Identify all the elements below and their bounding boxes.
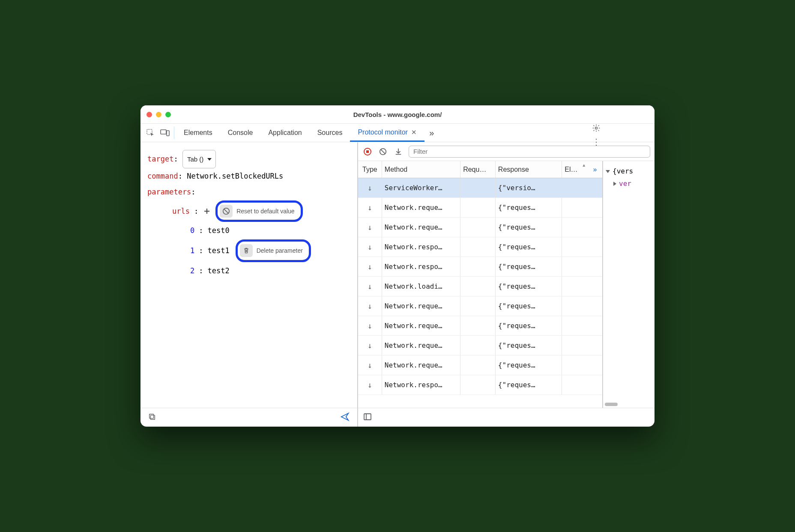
table-body: ↓ServiceWorker…{"versio…↓Network.reque…{… [358, 178, 602, 408]
col-response[interactable]: Response [496, 161, 562, 178]
content: target: Tab () command: Network.setBlock… [140, 142, 655, 427]
right-pane: Type Method Requ… Response El… ▲ » ↓Serv… [358, 142, 655, 427]
divider [174, 126, 174, 139]
more-columns-icon[interactable]: » [588, 161, 602, 178]
more-tabs-icon[interactable]: » [424, 124, 439, 142]
tab-bar: Elements Console Application Sources Pro… [140, 123, 655, 142]
col-request[interactable]: Requ… [460, 161, 496, 178]
tab-application[interactable]: Application [260, 124, 309, 142]
trash-icon [240, 244, 253, 257]
download-icon[interactable] [393, 146, 403, 157]
url-item[interactable]: 2 : test2 [172, 262, 350, 280]
tree-child[interactable]: ver [606, 178, 652, 190]
table-row[interactable]: ↓ServiceWorker…{"versio… [358, 178, 602, 198]
delete-parameter-callout[interactable]: Delete parameter [236, 239, 311, 263]
command-editor: target: Tab () command: Network.setBlock… [140, 142, 357, 408]
arrow-down-icon: ↓ [368, 341, 372, 350]
svg-rect-10 [364, 414, 371, 420]
svg-rect-8 [366, 150, 369, 153]
arrow-down-icon: ↓ [368, 321, 372, 330]
col-elapsed[interactable]: El… ▲ [562, 161, 588, 178]
protocol-toolbar [358, 142, 655, 161]
maximize-window-button[interactable] [165, 112, 171, 117]
arrow-down-icon: ↓ [368, 203, 372, 212]
command-label: command [147, 172, 178, 180]
close-tab-icon[interactable]: ✕ [411, 129, 417, 136]
protocol-table: Type Method Requ… Response El… ▲ » ↓Serv… [358, 161, 603, 408]
arrow-down-icon: ↓ [368, 302, 372, 311]
arrow-down-icon: ↓ [368, 361, 372, 370]
arrow-down-icon: ↓ [368, 380, 372, 389]
reset-default-callout[interactable]: Reset to default value [215, 200, 302, 222]
tab-protocol-monitor[interactable]: Protocol monitor ✕ [350, 124, 424, 142]
table-row[interactable]: ↓Network.respo…{"reques… [358, 257, 602, 277]
table-row[interactable]: ↓Network.reque…{"reques… [358, 198, 602, 218]
inspect-element-icon[interactable] [143, 124, 158, 142]
arrow-down-icon: ↓ [368, 242, 372, 251]
clear-icon[interactable] [378, 146, 388, 157]
scrollbar-thumb[interactable] [605, 403, 618, 406]
right-footer [358, 408, 655, 427]
table-row[interactable]: ↓Network.respo…{"reques… [358, 375, 602, 395]
settings-gear-icon[interactable] [589, 124, 604, 132]
window-title: DevTools - www.google.com/ [140, 111, 655, 118]
send-command-icon[interactable] [340, 412, 350, 423]
command-value: Network.setBlockedURLs [187, 172, 283, 180]
add-url-icon[interactable] [203, 207, 211, 215]
no-entry-icon [220, 205, 233, 218]
arrow-down-icon: ↓ [368, 223, 372, 232]
arrow-down-icon: ↓ [368, 262, 372, 271]
url-item[interactable]: 1 : test1 Delete parameter [172, 239, 350, 263]
details-pane: {vers ver [603, 161, 655, 408]
arrow-down-icon: ↓ [368, 282, 372, 291]
tree-root[interactable]: {vers [606, 165, 652, 178]
traffic-lights [146, 112, 171, 117]
svg-rect-6 [149, 414, 154, 418]
url-item[interactable]: 0 : test0 [172, 222, 350, 239]
table-row[interactable]: ↓Network.reque…{"reques… [358, 218, 602, 237]
svg-rect-1 [161, 130, 166, 134]
table-row[interactable]: ↓Network.respo…{"reques… [358, 237, 602, 257]
left-footer [140, 408, 357, 427]
tab-sources[interactable]: Sources [310, 124, 350, 142]
target-label: target [147, 155, 173, 163]
urls-label: urls [172, 207, 190, 215]
left-pane: target: Tab () command: Network.setBlock… [140, 142, 358, 427]
filter-input[interactable] [409, 146, 650, 158]
devtools-window: DevTools - www.google.com/ Elements Cons… [140, 105, 655, 427]
sort-icon: ▲ [582, 163, 586, 167]
copy-icon[interactable] [148, 413, 156, 422]
col-type[interactable]: Type [358, 161, 382, 178]
svg-rect-2 [167, 131, 169, 136]
parameters-label: parameters [147, 188, 191, 196]
table-row[interactable]: ↓Network.reque…{"reques… [358, 356, 602, 375]
titlebar: DevTools - www.google.com/ [140, 105, 655, 123]
record-icon[interactable] [362, 146, 373, 157]
arrow-down-icon: ↓ [368, 183, 372, 192]
expand-icon [606, 170, 610, 173]
col-method[interactable]: Method [382, 161, 460, 178]
tab-console[interactable]: Console [220, 124, 261, 142]
table-row[interactable]: ↓Network.reque…{"reques… [358, 316, 602, 336]
table-row[interactable]: ↓Network.reque…{"reques… [358, 336, 602, 356]
device-toolbar-icon[interactable] [158, 124, 172, 142]
tab-elements[interactable]: Elements [176, 124, 220, 142]
table-row[interactable]: ↓Network.reque…{"reques… [358, 296, 602, 316]
table-header: Type Method Requ… Response El… ▲ » [358, 161, 602, 178]
target-select[interactable]: Tab () [182, 150, 216, 168]
table-row[interactable]: ↓Network.loadi…{"reques… [358, 277, 602, 296]
close-window-button[interactable] [146, 112, 152, 117]
toggle-sidebar-icon[interactable] [363, 412, 372, 423]
svg-rect-5 [150, 415, 155, 419]
minimize-window-button[interactable] [156, 112, 161, 117]
collapse-icon [613, 182, 616, 186]
svg-point-3 [595, 127, 597, 129]
